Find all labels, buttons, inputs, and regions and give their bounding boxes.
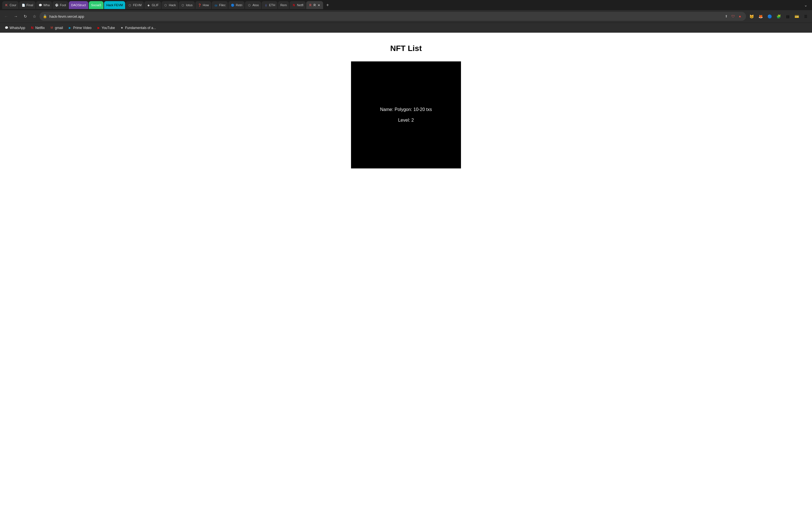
tab-label-social: Social3: [91, 3, 101, 7]
bookmark-favicon-whatsapp: 💬: [4, 26, 8, 30]
tab-favicon-whatsapp: 💬: [38, 3, 42, 7]
bookmarks-bar: 💬 WhatsApp N Netflix M gmail ▶ Prime Vid…: [0, 22, 812, 33]
tab-cour[interactable]: K Cour: [2, 1, 18, 9]
ext-icon-puzzle[interactable]: 🧩: [775, 12, 783, 20]
bookmark-gmail[interactable]: M gmail: [48, 25, 65, 31]
tab-favicon-how: ❓: [198, 3, 202, 7]
tab-hack[interactable]: Hack FEVM: [104, 1, 125, 9]
tab-favicon-final: 📄: [21, 3, 26, 7]
bookmark-label-gmail: gmail: [55, 26, 63, 30]
tab-hackathon[interactable]: ⬡ Hack: [161, 1, 178, 9]
tab-eth[interactable]: ⟠ ETH: [262, 1, 277, 9]
nft-card: Name: Polygon: 10-20 txs Level: 2: [351, 61, 461, 168]
tab-label-fevm: FEVM: [133, 3, 142, 7]
tab-retriev[interactable]: 🔵 Retri: [229, 1, 245, 9]
tab-label-retriev: Retri: [236, 3, 242, 7]
tab-glif[interactable]: ◆ GLIF: [144, 1, 161, 9]
toolbar-extensions: 😺 🦊 🔵 🧩 ▤ 💳 ☰: [748, 12, 810, 20]
address-bar[interactable]: 🔒 hack-fevm.vercel.app ⬆ 🛡 🔺: [40, 12, 746, 21]
tab-label-how: How: [203, 3, 209, 7]
tab-fevm[interactable]: ⬡ FEVM: [126, 1, 144, 9]
bookmark-label-whatsapp: WhatsApp: [10, 26, 25, 30]
tab-label-rem: Rem: [280, 3, 287, 7]
tab-label-filecoin: Filec: [219, 3, 225, 7]
tab-active-r[interactable]: R R ✕: [306, 1, 323, 9]
tab-favicon-eth: ⟠: [264, 3, 268, 7]
ext-icon-2[interactable]: 🦊: [757, 12, 765, 20]
bookmark-label-prime: Prime Video: [73, 26, 91, 30]
tab-favicon-filecoin: 🗂: [214, 3, 218, 7]
tab-rem[interactable]: Rem: [278, 1, 289, 9]
ext-icon-menu[interactable]: ☰: [802, 12, 810, 20]
tab-label-foot: Foot: [60, 3, 66, 7]
tab-favicon-fevm: ⬡: [128, 3, 132, 7]
lock-icon: 🔒: [43, 14, 47, 18]
ext-icon-3[interactable]: 🔵: [766, 12, 774, 20]
ext-icon-1[interactable]: 😺: [748, 12, 756, 20]
bookmark-prime[interactable]: ▶ Prime Video: [66, 25, 94, 31]
tab-filecoin[interactable]: 🗂 Filec: [212, 1, 228, 9]
address-bar-actions: ⬆ 🛡 🔺: [723, 13, 743, 19]
bookmark-label-fundamentals: Fundamentals of a...: [125, 26, 156, 30]
bookmark-youtube[interactable]: ▶ YouTube: [94, 25, 117, 31]
tab-favicon-glif: ◆: [147, 3, 151, 7]
tab-label-whatsapp: Wha: [43, 3, 50, 7]
bookmark-label-netflix: Netflix: [35, 26, 45, 30]
tab-label-netflix: Netfl: [297, 3, 303, 7]
share-button[interactable]: ⬆: [723, 13, 729, 19]
tab-label-atoo: Atoo: [252, 3, 259, 7]
tab-favicon-hackathon: ⬡: [164, 3, 168, 7]
tab-social[interactable]: Social3: [89, 1, 103, 9]
bookmark-whatsapp[interactable]: 💬 WhatsApp: [2, 25, 28, 31]
tab-label-dao: DAOStruct: [71, 3, 86, 7]
tab-favicon-atoo: ⬡: [247, 3, 251, 7]
tab-label-hack: Hack FEVM: [106, 3, 123, 7]
bookmark-favicon-gmail: M: [50, 26, 54, 30]
back-button[interactable]: ←: [2, 12, 10, 20]
page-content: NFT List Name: Polygon: 10-20 txs Level:…: [0, 33, 812, 507]
tab-favicon-cour: K: [4, 3, 8, 7]
url-display: hack-fevm.vercel.app: [49, 14, 721, 18]
tab-label-hackathon: Hack: [169, 3, 176, 7]
browser-chrome: K Cour 📄 Final 💬 Wha ⚽ Foot DAOStruct So…: [0, 0, 812, 33]
new-tab-button[interactable]: +: [324, 1, 332, 9]
bookmark-netflix[interactable]: N Netflix: [28, 25, 47, 31]
toolbar: ← → ↻ ☆ 🔒 hack-fevm.vercel.app ⬆ 🛡 🔺 😺 🦊…: [0, 10, 812, 22]
reload-button[interactable]: ↻: [21, 12, 29, 20]
tab-label-cour: Cour: [10, 3, 16, 7]
extensions-button[interactable]: 🔺: [737, 13, 743, 19]
tab-list-button[interactable]: ⌄: [802, 1, 810, 9]
ext-icon-wallet[interactable]: 💳: [793, 12, 801, 20]
bookmark-button[interactable]: ☆: [31, 13, 38, 20]
bookmark-favicon-youtube: ▶: [97, 26, 101, 30]
tab-label-final: Final: [27, 3, 33, 7]
tab-favicon-r: R: [308, 3, 312, 7]
bookmark-fundamentals[interactable]: ★ Fundamentals of a...: [118, 25, 158, 31]
tab-bar: K Cour 📄 Final 💬 Wha ⚽ Foot DAOStruct So…: [0, 0, 812, 10]
tab-label-glif: GLIF: [152, 3, 158, 7]
tab-close-r[interactable]: ✕: [317, 3, 321, 7]
nft-name: Name: Polygon: 10-20 txs: [380, 107, 432, 112]
tab-atoo[interactable]: ⬡ Atoo: [245, 1, 261, 9]
forward-button[interactable]: →: [12, 12, 20, 20]
tab-dao[interactable]: DAOStruct: [69, 1, 88, 9]
tab-label-eth: ETH: [269, 3, 275, 7]
tab-favicon-netflix: N: [292, 3, 296, 7]
tab-whatsapp[interactable]: 💬 Wha: [36, 1, 52, 9]
tab-how[interactable]: ❓ How: [195, 1, 211, 9]
tab-favicon-foot: ⚽: [55, 3, 59, 7]
tab-label-r: R: [313, 3, 316, 7]
bookmark-favicon-netflix: N: [30, 26, 34, 30]
ext-icon-sidebar[interactable]: ▤: [784, 12, 792, 20]
tab-final[interactable]: 📄 Final: [19, 1, 36, 9]
tab-foot[interactable]: ⚽ Foot: [52, 1, 68, 9]
bookmark-label-youtube: YouTube: [102, 26, 115, 30]
tab-label-lotus: lotus: [186, 3, 193, 7]
nft-level: Level: 2: [398, 118, 414, 123]
tab-favicon-retriev: 🔵: [231, 3, 235, 7]
tab-netflix[interactable]: N Netfl: [290, 1, 306, 9]
bookmark-favicon-fundamentals: ★: [120, 26, 124, 30]
shield-icon[interactable]: 🛡: [730, 13, 736, 19]
tab-lotus[interactable]: ⬡ lotus: [179, 1, 195, 9]
tab-favicon-lotus: ⬡: [181, 3, 185, 7]
